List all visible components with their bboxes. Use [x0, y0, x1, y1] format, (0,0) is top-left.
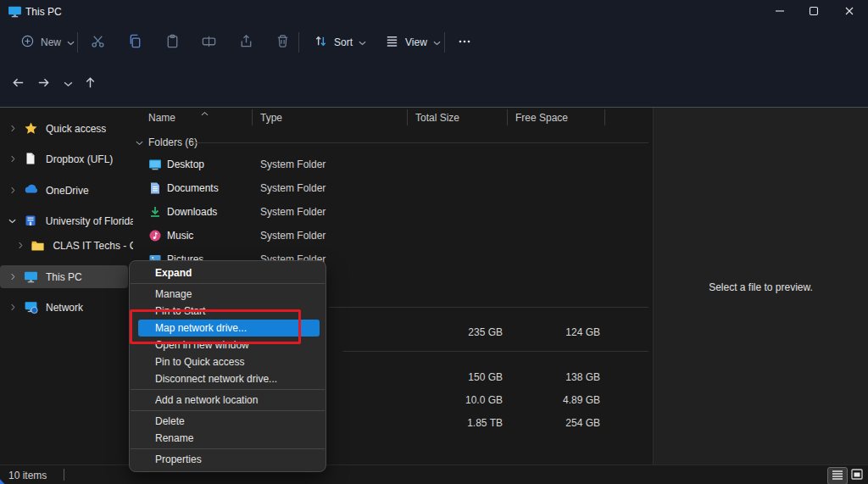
- annotation-rectangle: [130, 309, 301, 344]
- close-icon: [844, 6, 854, 19]
- view-lines-icon: [385, 34, 399, 51]
- menu-item-properties[interactable]: Properties: [134, 451, 321, 468]
- copy-button[interactable]: [120, 29, 150, 56]
- chevron-down-icon: [433, 36, 441, 48]
- menu-item-add-network-location[interactable]: Add a network location: [134, 392, 321, 409]
- sidebar-item-network[interactable]: Network: [0, 296, 133, 319]
- this-pc-icon: [24, 270, 38, 284]
- drive-total-size: 10.0 GB: [418, 394, 503, 406]
- sort-arrows-icon: [314, 34, 328, 51]
- close-button[interactable]: [832, 0, 866, 25]
- forward-arrow-icon: [36, 75, 51, 92]
- sidebar-item-onedrive[interactable]: OneDrive: [0, 179, 133, 202]
- item-count: 10 items: [8, 470, 47, 481]
- column-resize-handle[interactable]: [407, 109, 408, 125]
- view-button[interactable]: View: [378, 29, 448, 56]
- drive-free-space: 4.89 GB: [515, 394, 600, 406]
- sidebar-item-label: OneDrive: [46, 185, 89, 197]
- file-row-music[interactable]: Music System Folder: [133, 224, 648, 248]
- forward-button[interactable]: [31, 71, 56, 97]
- column-header-name[interactable]: Name: [148, 108, 175, 127]
- desktop-icon: [148, 158, 162, 171]
- new-button[interactable]: New: [14, 29, 81, 56]
- share-button[interactable]: [231, 29, 261, 56]
- sidebar-item-university-of-florida[interactable]: University of Florida: [0, 209, 133, 232]
- menu-item-delete[interactable]: Delete: [134, 413, 321, 430]
- drive-free-space: 124 GB: [515, 326, 600, 338]
- sidebar-item-dropbox[interactable]: Dropbox (UFL): [0, 147, 133, 170]
- file-name: Music: [167, 230, 193, 242]
- chevron-right-icon[interactable]: [17, 242, 24, 249]
- file-type: System Folder: [260, 230, 326, 242]
- maximize-icon: [809, 6, 819, 19]
- up-arrow-icon: [83, 75, 97, 92]
- menu-item-manage[interactable]: Manage: [134, 286, 321, 303]
- network-icon: [24, 300, 38, 314]
- minimize-button[interactable]: [763, 0, 797, 25]
- minimize-icon: [775, 6, 785, 19]
- menu-item-disconnect-network-drive[interactable]: Disconnect network drive...: [134, 370, 321, 387]
- paste-button[interactable]: [157, 29, 187, 56]
- university-building-icon: [24, 214, 38, 228]
- recent-locations-chevron-icon: [64, 78, 73, 90]
- column-resize-handle[interactable]: [507, 109, 508, 125]
- details-view-button[interactable]: [827, 467, 848, 484]
- chevron-right-icon[interactable]: [8, 125, 17, 132]
- menu-item-expand[interactable]: Expand: [134, 264, 321, 281]
- cut-button[interactable]: [82, 29, 113, 56]
- up-button[interactable]: [77, 71, 103, 97]
- more-options-button[interactable]: [449, 29, 480, 56]
- file-row-downloads[interactable]: Downloads System Folder: [133, 200, 648, 224]
- column-label: Total Size: [415, 112, 459, 124]
- rename-button[interactable]: [193, 29, 224, 56]
- menu-item-rename[interactable]: Rename: [134, 430, 321, 447]
- column-header-free-space[interactable]: Free Space: [515, 108, 568, 127]
- menu-separator: [131, 283, 325, 284]
- column-resize-handle[interactable]: [252, 109, 253, 125]
- documents-icon: [148, 181, 162, 195]
- chevron-right-icon[interactable]: [8, 186, 17, 194]
- file-row-desktop[interactable]: Desktop System Folder: [133, 153, 648, 176]
- sort-button[interactable]: Sort: [307, 29, 373, 56]
- delete-button[interactable]: [267, 29, 298, 56]
- back-button[interactable]: [5, 71, 31, 97]
- toolbar-divider: [298, 32, 299, 53]
- folder-icon: [31, 238, 45, 253]
- sidebar-item-quick-access[interactable]: Quick access: [0, 117, 133, 140]
- command-toolbar: New So: [0, 24, 868, 61]
- drive-total-size: 235 GB: [418, 326, 503, 338]
- chevron-right-icon[interactable]: [8, 273, 17, 281]
- maximize-button[interactable]: [797, 0, 831, 25]
- file-row-documents[interactable]: Documents System Folder: [133, 176, 648, 200]
- downloads-icon: [148, 205, 162, 219]
- file-explorer-window: This PC New: [0, 0, 868, 484]
- paste-icon: [164, 33, 181, 52]
- chevron-down-icon: [67, 36, 75, 48]
- sidebar-item-label: Quick access: [46, 123, 106, 135]
- sidebar-item-this-pc[interactable]: This PC: [0, 265, 128, 288]
- column-resize-handle[interactable]: [604, 109, 605, 125]
- chevron-down-icon[interactable]: [8, 219, 17, 224]
- menu-item-pin-to-quick-access[interactable]: Pin to Quick access: [134, 353, 321, 370]
- chevron-right-icon[interactable]: [8, 303, 17, 311]
- file-type: System Folder: [260, 182, 326, 194]
- window-chrome: This PC New: [0, 0, 868, 108]
- toolbar-divider: [77, 32, 78, 53]
- star-icon: [24, 121, 38, 136]
- folders-group-header[interactable]: Folders (6): [136, 133, 198, 152]
- status-divider: [64, 469, 64, 481]
- titlebar[interactable]: This PC: [0, 0, 868, 24]
- column-header-type[interactable]: Type: [260, 108, 282, 127]
- sidebar-item-clas-it-techs[interactable]: CLAS IT Techs - Gen: [0, 234, 133, 257]
- sidebar-item-label: University of Florida: [46, 215, 133, 227]
- chevron-right-icon[interactable]: [8, 155, 17, 163]
- more-icon: [457, 34, 472, 52]
- plus-circle-icon: [20, 34, 35, 51]
- column-header-total-size[interactable]: Total Size: [415, 108, 459, 127]
- back-arrow-icon: [11, 75, 25, 92]
- sidebar-item-label: This PC: [46, 271, 82, 283]
- thumbnail-view-button[interactable]: [848, 467, 866, 483]
- preview-placeholder: Select a file to preview.: [654, 281, 868, 293]
- toolbar-divider: [444, 32, 445, 53]
- group-divider: [343, 351, 648, 352]
